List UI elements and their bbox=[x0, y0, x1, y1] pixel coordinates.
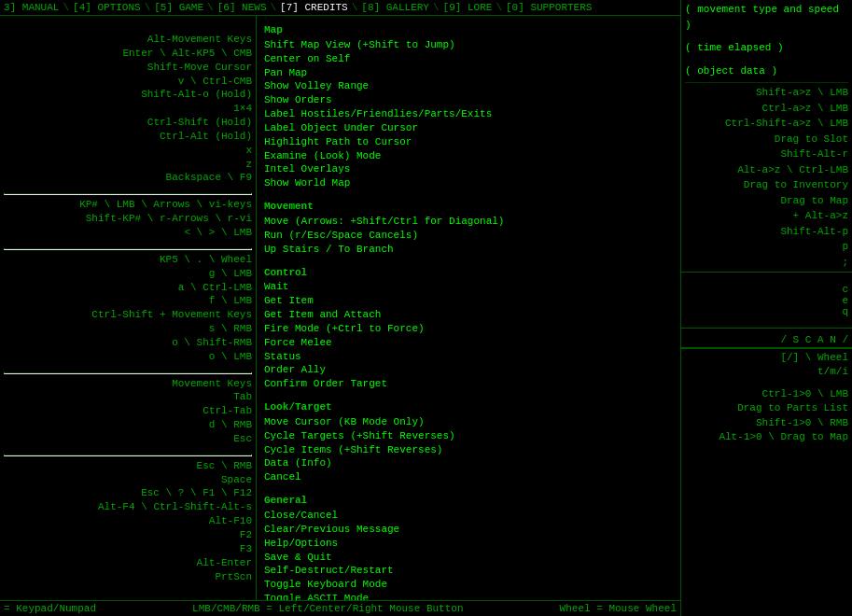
right-key-drag-map: Drag to Map bbox=[685, 193, 848, 209]
keybind-left-col: Alt-Movement Keys Enter \ Alt-KP5 \ CMB … bbox=[0, 16, 257, 600]
nav-item-gallery[interactable]: [8] GALLERY bbox=[361, 2, 429, 13]
nav-item-options[interactable]: [4] OPTIONS bbox=[73, 2, 141, 13]
section-movement: Movement bbox=[264, 200, 673, 214]
key-ctrl-tab: Ctrl-Tab bbox=[4, 404, 252, 418]
right-key-plus-alt-az: + Alt-a>z bbox=[685, 208, 848, 224]
right-key-tmi: t/m/i bbox=[685, 365, 848, 379]
key-alt-f10: Alt-F10 bbox=[4, 514, 252, 528]
desc-status: Status bbox=[264, 350, 673, 364]
nav-item-game[interactable]: [5] GAME bbox=[154, 2, 203, 13]
right-key-shift-az-lmb: Shift-a>z \ LMB bbox=[685, 85, 848, 101]
nav-bar: 3] MANUAL \ [4] OPTIONS \ [5] GAME \ [6]… bbox=[0, 0, 680, 16]
key-shift-kp: Shift-KP# \ r-Arrows \ r-vi bbox=[4, 212, 252, 226]
key-ctrl-alt-hold: Ctrl-Alt (Hold) bbox=[4, 130, 252, 144]
section-look: Look/Target bbox=[264, 400, 673, 414]
right-top-section: ( movement type and speed ) ( time elaps… bbox=[681, 0, 852, 273]
desc-save-quit: Save & Quit bbox=[264, 551, 673, 565]
desc-move-cursor: Move Cursor (KB Mode Only) bbox=[264, 415, 673, 429]
key-o-lmb: o \ LMB bbox=[4, 350, 252, 364]
nav-item-supporters[interactable]: [0] SUPPORTERS bbox=[506, 2, 592, 13]
key-movement-keys: Movement Keys bbox=[4, 377, 252, 391]
right-key-alt-az-ctrl-lmb: Alt-a>z \ Ctrl-LMB bbox=[685, 162, 848, 178]
desc-get-item: Get Item bbox=[264, 294, 673, 308]
right-key-drag-slot: Drag to Slot bbox=[685, 132, 848, 147]
right-key-slash-wheel: [/] \ Wheel bbox=[685, 351, 848, 365]
key-z: z bbox=[4, 158, 252, 172]
desc-data-info: Data (Info) bbox=[264, 456, 673, 470]
key-1x4: 1×4 bbox=[4, 102, 252, 116]
key-ctrl-shift-move: Ctrl-Shift + Movement Keys bbox=[4, 308, 252, 322]
desc-fire-mode: Fire Mode (+Ctrl to Force) bbox=[264, 322, 673, 336]
key-tab: Tab bbox=[4, 390, 252, 404]
desc-run: Run (r/Esc/Space Cancels) bbox=[264, 229, 673, 243]
scan-text: / S C A N / bbox=[685, 330, 848, 345]
desc-confirm-order: Confirm Order Target bbox=[264, 377, 673, 391]
key-esc-f1-f12: Esc \ ? \ F1 \ F12 bbox=[4, 486, 252, 500]
key-f2: F2 bbox=[4, 528, 252, 542]
key-ctrl-shift-hold: Ctrl-Shift (Hold) bbox=[4, 116, 252, 130]
desc-examine: Examine (Look) Mode bbox=[264, 149, 673, 163]
content-area: Alt-Movement Keys Enter \ Alt-KP5 \ CMB … bbox=[0, 16, 680, 600]
right-key-drag-parts: Drag to Parts List bbox=[685, 401, 848, 415]
desc-shift-map: Shift Map View (+Shift to Jump) bbox=[264, 38, 673, 52]
section-general: General bbox=[264, 494, 673, 508]
key-g-lmb: g \ LMB bbox=[4, 267, 252, 281]
desc-center-on-self: Center on Self bbox=[264, 52, 673, 66]
key-alt-movement: Alt-Movement Keys bbox=[4, 33, 252, 47]
key-lt-gt-lmb: < \ > \ LMB bbox=[4, 226, 252, 240]
desc-get-item-attach: Get Item and Attach bbox=[264, 308, 673, 322]
desc-wait: Wait bbox=[264, 280, 673, 294]
key-esc-rmb: Esc \ RMB bbox=[4, 459, 252, 473]
desc-show-volley: Show Volley Range bbox=[264, 79, 673, 93]
key-kp5-dot-wheel: KP5 \ . \ Wheel bbox=[4, 253, 252, 267]
right-key-alt-1-0-map: Alt-1>0 \ Drag to Map bbox=[685, 430, 848, 444]
right-key-e: e bbox=[685, 295, 848, 306]
desc-toggle-ascii: Toggle ASCII Mode bbox=[264, 592, 673, 600]
key-f-lmb: f \ LMB bbox=[4, 294, 252, 308]
key-prtscn: PrtScn bbox=[4, 570, 252, 584]
key-o-shift-rmb: o \ Shift-RMB bbox=[4, 336, 252, 350]
desc-label-object: Label Object Under Cursor bbox=[264, 121, 673, 135]
key-space: Space bbox=[4, 473, 252, 487]
desc-cycle-targets: Cycle Targets (+Shift Reverses) bbox=[264, 429, 673, 443]
desc-help-options: Help/Options bbox=[264, 537, 673, 551]
right-key-semicolon: ; bbox=[685, 255, 848, 271]
nav-item-manual[interactable]: 3] MANUAL bbox=[4, 2, 59, 13]
key-alt-enter: Alt-Enter bbox=[4, 556, 252, 570]
key-d-rmb: d \ RMB bbox=[4, 418, 252, 432]
right-key-shift-1-0-rmb: Shift-1>0 \ RMB bbox=[685, 416, 848, 430]
desc-toggle-kb: Toggle Keyboard Mode bbox=[264, 578, 673, 592]
key-x: x bbox=[4, 144, 252, 158]
key-shift-alt-o: Shift-Alt-o (Hold) bbox=[4, 88, 252, 102]
desc-self-destruct: Self-Destruct/Restart bbox=[264, 564, 673, 578]
key-a-ctrl-lmb: a \ Ctrl-LMB bbox=[4, 281, 252, 295]
object-data: ( object data ) bbox=[685, 63, 848, 79]
right-key-c: c bbox=[685, 284, 848, 295]
key-alt-f4: Alt-F4 \ Ctrl-Shift-Alt-s bbox=[4, 500, 252, 514]
status-keypad: = Keypad/Numpad bbox=[4, 603, 96, 614]
desc-highlight-path: Highlight Path to Cursor bbox=[264, 135, 673, 149]
key-shift-move: Shift-Move Cursor bbox=[4, 61, 252, 75]
key-backspace-f9: Backspace \ F9 bbox=[4, 171, 252, 185]
nav-item-news[interactable]: [6] NEWS bbox=[217, 2, 267, 13]
desc-pan-map: Pan Map bbox=[264, 66, 673, 80]
desc-cancel: Cancel bbox=[264, 470, 673, 484]
desc-move: Move (Arrows: +Shift/Ctrl for Diagonal) bbox=[264, 215, 673, 229]
nav-item-credits[interactable]: [7] CREDITS bbox=[280, 2, 348, 13]
key-enter-alt-kp5: Enter \ Alt-KP5 \ CMB bbox=[4, 47, 252, 61]
desc-cycle-items: Cycle Items (+Shift Reverses) bbox=[264, 443, 673, 457]
desc-order-ally: Order Ally bbox=[264, 363, 673, 377]
key-f3: F3 bbox=[4, 542, 252, 556]
desc-clear-prev: Clear/Previous Message bbox=[264, 523, 673, 537]
status-mouse: LMB/CMB/RMB = Left/Center/Right Mouse Bu… bbox=[192, 603, 463, 614]
nav-item-lore[interactable]: [9] LORE bbox=[443, 2, 493, 13]
desc-world-map: Show World Map bbox=[264, 176, 673, 190]
right-key-shift-alt-p: Shift-Alt-p bbox=[685, 224, 848, 240]
desc-stairs: Up Stairs / To Branch bbox=[264, 243, 673, 257]
right-panel: ( movement type and speed ) ( time elaps… bbox=[681, 0, 852, 616]
desc-label-hostiles: Label Hostiles/Friendlies/Parts/Exits bbox=[264, 107, 673, 121]
keybind-right-col: Map Shift Map View (+Shift to Jump) Cent… bbox=[257, 16, 680, 600]
right-key-shift-alt-r: Shift-Alt-r bbox=[685, 147, 848, 162]
desc-close-cancel: Close/Cancel bbox=[264, 509, 673, 523]
key-kp-lmb-arrows: KP# \ LMB \ Arrows \ vi-keys bbox=[4, 198, 252, 212]
